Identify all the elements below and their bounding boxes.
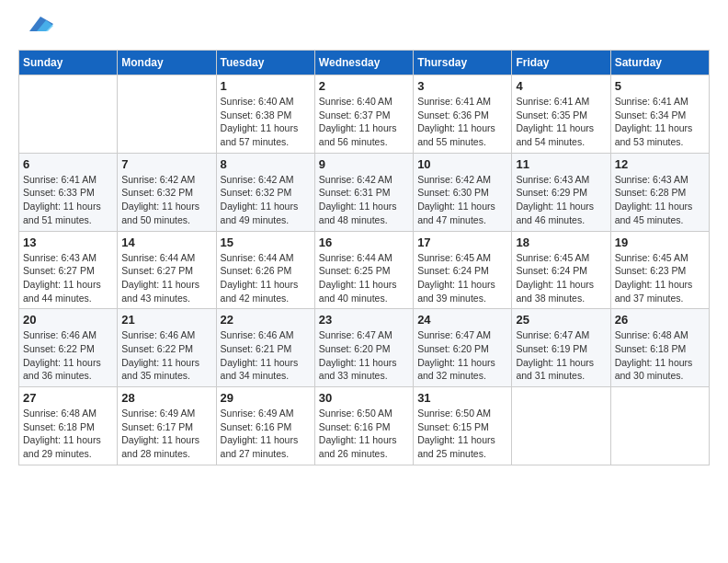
day-number: 3: [417, 79, 507, 93]
weekday-header-tuesday: Tuesday: [216, 51, 314, 75]
day-number: 28: [121, 391, 211, 405]
day-number: 26: [615, 313, 705, 327]
day-info: Sunrise: 6:47 AM Sunset: 6:19 PM Dayligh…: [516, 328, 606, 383]
day-info: Sunrise: 6:43 AM Sunset: 6:29 PM Dayligh…: [516, 173, 606, 227]
day-info: Sunrise: 6:43 AM Sunset: 6:28 PM Dayligh…: [615, 173, 705, 227]
day-info: Sunrise: 6:44 AM Sunset: 6:25 PM Dayligh…: [319, 251, 409, 305]
day-info: Sunrise: 6:42 AM Sunset: 6:32 PM Dayligh…: [121, 173, 211, 227]
day-info: Sunrise: 6:46 AM Sunset: 6:21 PM Dayligh…: [221, 328, 311, 383]
day-info: Sunrise: 6:50 AM Sunset: 6:16 PM Dayligh…: [319, 407, 409, 461]
day-info: Sunrise: 6:42 AM Sunset: 6:31 PM Dayligh…: [319, 173, 409, 227]
day-number: 17: [417, 236, 507, 249]
calendar-cell: 24Sunrise: 6:47 AM Sunset: 6:20 PM Dayli…: [414, 309, 512, 387]
calendar-week-row: 20Sunrise: 6:46 AM Sunset: 6:22 PM Dayli…: [19, 309, 710, 387]
calendar-cell: 18Sunrise: 6:45 AM Sunset: 6:24 PM Dayli…: [512, 231, 610, 309]
day-info: Sunrise: 6:41 AM Sunset: 6:33 PM Dayligh…: [23, 173, 113, 227]
calendar-cell: [19, 75, 118, 154]
calendar-cell: 3Sunrise: 6:41 AM Sunset: 6:36 PM Daylig…: [414, 75, 512, 154]
day-number: 8: [221, 157, 311, 171]
calendar-cell: 26Sunrise: 6:48 AM Sunset: 6:18 PM Dayli…: [610, 309, 709, 387]
calendar-cell: 21Sunrise: 6:46 AM Sunset: 6:22 PM Dayli…: [118, 309, 216, 387]
day-number: 7: [121, 157, 211, 171]
weekday-header-wednesday: Wednesday: [314, 51, 413, 75]
calendar-table: SundayMondayTuesdayWednesdayThursdayFrid…: [18, 50, 710, 465]
logo: [18, 18, 53, 35]
day-info: Sunrise: 6:46 AM Sunset: 6:22 PM Dayligh…: [121, 328, 211, 383]
day-info: Sunrise: 6:41 AM Sunset: 6:36 PM Dayligh…: [417, 95, 507, 149]
calendar-cell: 12Sunrise: 6:43 AM Sunset: 6:28 PM Dayli…: [610, 153, 709, 231]
calendar-cell: 19Sunrise: 6:45 AM Sunset: 6:23 PM Dayli…: [610, 231, 709, 309]
day-info: Sunrise: 6:49 AM Sunset: 6:16 PM Dayligh…: [221, 407, 311, 461]
day-info: Sunrise: 6:40 AM Sunset: 6:37 PM Dayligh…: [319, 95, 409, 149]
day-number: 22: [221, 313, 311, 327]
weekday-header-friday: Friday: [512, 51, 610, 75]
calendar-cell: 31Sunrise: 6:50 AM Sunset: 6:15 PM Dayli…: [414, 387, 512, 465]
calendar-cell: 8Sunrise: 6:42 AM Sunset: 6:32 PM Daylig…: [216, 153, 314, 231]
calendar-cell: 4Sunrise: 6:41 AM Sunset: 6:35 PM Daylig…: [512, 75, 610, 154]
calendar-cell: [118, 75, 216, 154]
day-info: Sunrise: 6:45 AM Sunset: 6:23 PM Dayligh…: [615, 251, 705, 305]
calendar-cell: 1Sunrise: 6:40 AM Sunset: 6:38 PM Daylig…: [216, 75, 314, 154]
day-number: 4: [516, 79, 606, 93]
calendar-cell: 9Sunrise: 6:42 AM Sunset: 6:31 PM Daylig…: [314, 153, 413, 231]
day-number: 9: [319, 157, 409, 171]
calendar-cell: 25Sunrise: 6:47 AM Sunset: 6:19 PM Dayli…: [512, 309, 610, 387]
calendar-cell: 23Sunrise: 6:47 AM Sunset: 6:20 PM Dayli…: [314, 309, 413, 387]
day-info: Sunrise: 6:49 AM Sunset: 6:17 PM Dayligh…: [121, 407, 211, 461]
day-number: 30: [319, 391, 409, 405]
day-number: 13: [23, 236, 113, 249]
weekday-header-saturday: Saturday: [610, 51, 709, 75]
day-number: 29: [221, 391, 311, 405]
day-info: Sunrise: 6:41 AM Sunset: 6:34 PM Dayligh…: [615, 95, 705, 149]
calendar-cell: 20Sunrise: 6:46 AM Sunset: 6:22 PM Dayli…: [19, 309, 118, 387]
day-number: 23: [319, 313, 409, 327]
day-info: Sunrise: 6:48 AM Sunset: 6:18 PM Dayligh…: [23, 407, 113, 461]
day-info: Sunrise: 6:42 AM Sunset: 6:30 PM Dayligh…: [417, 173, 507, 227]
weekday-header-sunday: Sunday: [19, 51, 118, 75]
calendar-cell: 13Sunrise: 6:43 AM Sunset: 6:27 PM Dayli…: [19, 231, 118, 309]
day-number: 10: [417, 157, 507, 171]
calendar-week-row: 13Sunrise: 6:43 AM Sunset: 6:27 PM Dayli…: [19, 231, 710, 309]
calendar-cell: 17Sunrise: 6:45 AM Sunset: 6:24 PM Dayli…: [414, 231, 512, 309]
day-info: Sunrise: 6:41 AM Sunset: 6:35 PM Dayligh…: [516, 95, 606, 149]
day-number: 1: [221, 79, 311, 93]
calendar-cell: [512, 387, 610, 465]
calendar-week-row: 27Sunrise: 6:48 AM Sunset: 6:18 PM Dayli…: [19, 387, 710, 465]
day-info: Sunrise: 6:50 AM Sunset: 6:15 PM Dayligh…: [417, 407, 507, 461]
calendar-cell: 30Sunrise: 6:50 AM Sunset: 6:16 PM Dayli…: [314, 387, 413, 465]
calendar-cell: 27Sunrise: 6:48 AM Sunset: 6:18 PM Dayli…: [19, 387, 118, 465]
day-number: 6: [23, 157, 113, 171]
calendar-cell: 29Sunrise: 6:49 AM Sunset: 6:16 PM Dayli…: [216, 387, 314, 465]
day-number: 16: [319, 236, 409, 249]
day-info: Sunrise: 6:43 AM Sunset: 6:27 PM Dayligh…: [23, 251, 113, 305]
day-number: 18: [516, 236, 606, 249]
weekday-header-monday: Monday: [118, 51, 216, 75]
page-header: [18, 18, 710, 35]
day-info: Sunrise: 6:47 AM Sunset: 6:20 PM Dayligh…: [417, 328, 507, 383]
day-info: Sunrise: 6:44 AM Sunset: 6:27 PM Dayligh…: [121, 251, 211, 305]
day-info: Sunrise: 6:48 AM Sunset: 6:18 PM Dayligh…: [615, 328, 705, 383]
day-info: Sunrise: 6:45 AM Sunset: 6:24 PM Dayligh…: [417, 251, 507, 305]
calendar-cell: 7Sunrise: 6:42 AM Sunset: 6:32 PM Daylig…: [118, 153, 216, 231]
day-number: 5: [615, 79, 705, 93]
day-number: 14: [121, 236, 211, 249]
calendar-header-row: SundayMondayTuesdayWednesdayThursdayFrid…: [19, 51, 710, 75]
day-info: Sunrise: 6:46 AM Sunset: 6:22 PM Dayligh…: [23, 328, 113, 383]
day-info: Sunrise: 6:45 AM Sunset: 6:24 PM Dayligh…: [516, 251, 606, 305]
day-number: 20: [23, 313, 113, 327]
calendar-cell: 14Sunrise: 6:44 AM Sunset: 6:27 PM Dayli…: [118, 231, 216, 309]
logo-icon: [20, 15, 53, 35]
day-number: 25: [516, 313, 606, 327]
calendar-week-row: 6Sunrise: 6:41 AM Sunset: 6:33 PM Daylig…: [19, 153, 710, 231]
day-info: Sunrise: 6:44 AM Sunset: 6:26 PM Dayligh…: [221, 251, 311, 305]
day-number: 19: [615, 236, 705, 249]
day-number: 11: [516, 157, 606, 171]
day-number: 15: [221, 236, 311, 249]
calendar-cell: 2Sunrise: 6:40 AM Sunset: 6:37 PM Daylig…: [314, 75, 413, 154]
day-number: 2: [319, 79, 409, 93]
calendar-cell: 28Sunrise: 6:49 AM Sunset: 6:17 PM Dayli…: [118, 387, 216, 465]
calendar-cell: 5Sunrise: 6:41 AM Sunset: 6:34 PM Daylig…: [610, 75, 709, 154]
calendar-cell: 22Sunrise: 6:46 AM Sunset: 6:21 PM Dayli…: [216, 309, 314, 387]
day-number: 24: [417, 313, 507, 327]
day-info: Sunrise: 6:42 AM Sunset: 6:32 PM Dayligh…: [221, 173, 311, 227]
